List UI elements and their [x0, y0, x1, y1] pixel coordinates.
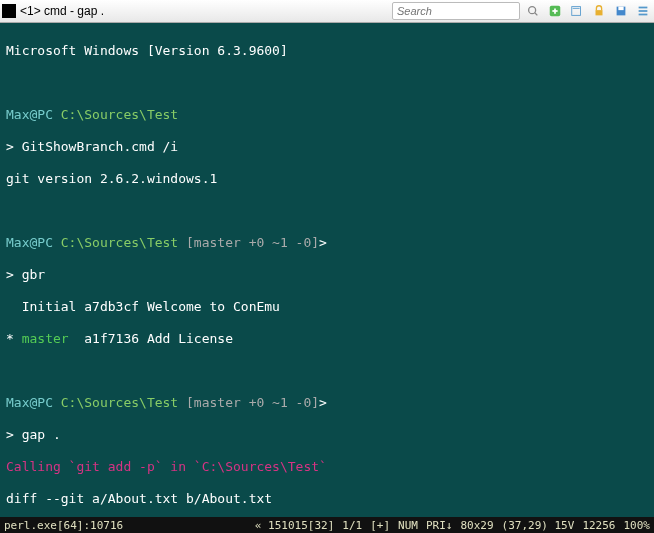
status-num: NUM: [398, 519, 418, 532]
status-size: 80x29: [460, 519, 493, 532]
prompt-line: Max@PC C:\Sources\Test [master +0 ~1 -0]…: [6, 395, 648, 411]
svg-point-0: [529, 7, 536, 14]
status-pid: 12256: [582, 519, 615, 532]
save-icon[interactable]: [612, 2, 630, 20]
diff-line: diff --git a/About.txt b/About.txt: [6, 491, 648, 507]
output-line: * master a1f7136 Add License: [6, 331, 648, 347]
search-button[interactable]: [524, 2, 542, 20]
svg-rect-6: [596, 10, 603, 15]
prompt-line: Max@PC C:\Sources\Test: [6, 107, 648, 123]
status-process: perl.exe[64]:10716: [4, 519, 123, 532]
command-line: > GitShowBranch.cmd /i: [6, 139, 648, 155]
svg-line-1: [535, 13, 538, 16]
status-pct: 100%: [624, 519, 651, 532]
new-tab-button[interactable]: [546, 2, 564, 20]
lock-icon[interactable]: [590, 2, 608, 20]
command-line: > gap .: [6, 427, 648, 443]
status-plus: [+]: [370, 519, 390, 532]
output-line: Initial a7db3cf Welcome to ConEmu: [6, 299, 648, 315]
app-icon: [2, 4, 16, 18]
svg-rect-8: [618, 7, 623, 11]
command-line: > gbr: [6, 267, 648, 283]
status-pri: PRI↓: [426, 519, 453, 532]
blank-line: [6, 363, 648, 379]
titlebar: <1> cmd - gap .: [0, 0, 654, 23]
terminal-output[interactable]: Microsoft Windows [Version 6.3.9600] Max…: [0, 23, 654, 517]
output-line: Microsoft Windows [Version 6.3.9600]: [6, 43, 648, 59]
statusbar: perl.exe[64]:10716 « 151015[32] 1/1 [+] …: [0, 517, 654, 533]
blank-line: [6, 203, 648, 219]
status-mem: « 151015[32]: [255, 519, 334, 532]
window-title: <1> cmd - gap .: [20, 4, 104, 18]
status-coord: (37,29) 15V: [502, 519, 575, 532]
output-line: git version 2.6.2.windows.1: [6, 171, 648, 187]
dropdown-button[interactable]: [568, 2, 586, 20]
prompt-line: Max@PC C:\Sources\Test [master +0 ~1 -0]…: [6, 235, 648, 251]
status-pos: 1/1: [342, 519, 362, 532]
blank-line: [6, 75, 648, 91]
search-input[interactable]: [392, 2, 520, 20]
output-line: Calling `git add -p` in `C:\Sources\Test…: [6, 459, 648, 475]
menu-icon[interactable]: [634, 2, 652, 20]
